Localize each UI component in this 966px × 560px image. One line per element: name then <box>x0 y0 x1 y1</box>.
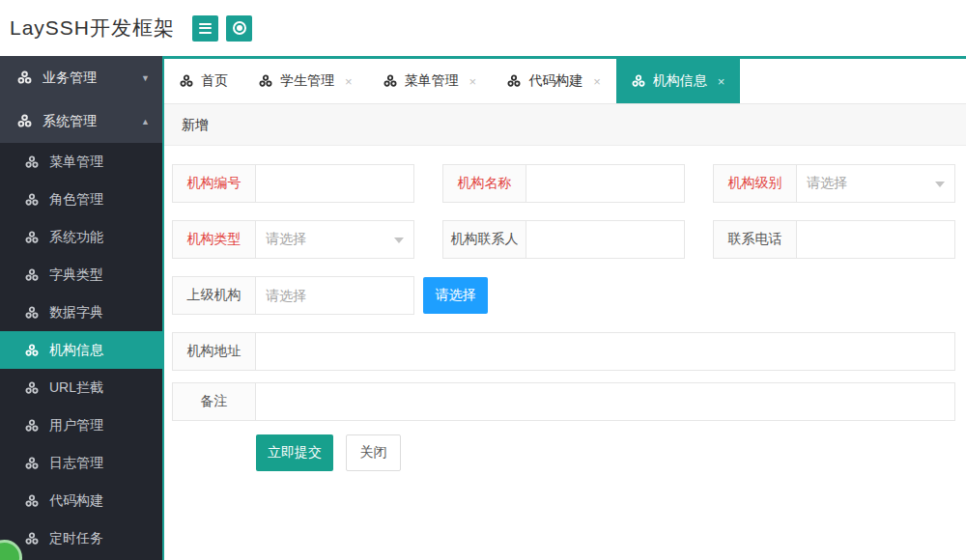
phone-label: 联系电话 <box>713 220 797 259</box>
target-ring-icon <box>233 21 246 35</box>
tab-code-build[interactable]: 代码构建 × <box>492 59 616 103</box>
field-org-code: 机构编号 <box>172 164 414 203</box>
cluster-icon <box>25 155 39 169</box>
chevron-up-icon: ▲ <box>141 117 150 126</box>
address-input[interactable] <box>255 332 955 371</box>
cluster-icon <box>632 74 645 88</box>
tab-menu-mgmt[interactable]: 菜单管理 × <box>368 59 493 103</box>
sidebar-item-code-build[interactable]: 代码构建 <box>0 482 162 519</box>
sidebar-item-user-mgmt[interactable]: 用户管理 <box>0 406 162 444</box>
cluster-icon <box>25 193 39 207</box>
tab-label: 代码构建 <box>528 72 582 90</box>
sidebar-item-org-info[interactable]: 机构信息 <box>0 331 162 369</box>
address-label: 机构地址 <box>172 332 256 371</box>
sidebar-item-log-mgmt[interactable]: 日志管理 <box>0 444 162 482</box>
cluster-icon <box>25 419 39 433</box>
hamburger-icon <box>199 23 212 34</box>
tab-label: 学生管理 <box>280 72 334 90</box>
submit-button[interactable]: 立即提交 <box>256 434 333 471</box>
tab-org-info[interactable]: 机构信息 × <box>616 59 741 103</box>
tab-student-mgmt[interactable]: 学生管理 × <box>243 59 368 103</box>
app-window: LaySSH开发框架 业务管理 ▼ 系统管理 ▲ 菜单管理 角色管理 <box>0 0 966 560</box>
sidebar-item-system-functions[interactable]: 系统功能 <box>0 218 162 256</box>
org-level-select[interactable]: 请选择 <box>796 164 955 203</box>
cluster-icon <box>25 231 39 244</box>
sidebar-item-label: 机构信息 <box>49 342 103 359</box>
close-icon[interactable]: × <box>345 74 353 89</box>
sidebar-item-menu-mgmt[interactable]: 菜单管理 <box>0 143 162 181</box>
sidebar-item-label: 用户管理 <box>49 417 103 434</box>
parent-org-select-button[interactable]: 请选择 <box>423 277 488 314</box>
remark-input[interactable] <box>255 382 955 421</box>
sidebar: 业务管理 ▼ 系统管理 ▲ 菜单管理 角色管理 系统功能 字典类型 数据字典 <box>0 56 164 560</box>
collapse-menu-button[interactable] <box>192 15 218 42</box>
field-org-type: 机构类型 请选择 <box>172 220 414 259</box>
close-icon[interactable]: × <box>718 74 725 89</box>
field-address: 机构地址 <box>172 332 955 371</box>
cluster-icon <box>180 74 193 88</box>
org-name-label: 机构名称 <box>442 164 526 203</box>
sidebar-item-label: 系统功能 <box>49 229 103 246</box>
tab-bar: 首页 学生管理 × 菜单管理 × 代码构建 × 机构信息 × <box>164 56 966 103</box>
org-type-select[interactable]: 请选择 <box>255 220 414 259</box>
org-form: 机构编号 机构名称 机构级别 请选择 机构类型 请选择 <box>164 146 966 560</box>
sidebar-parent-label: 系统管理 <box>43 113 97 130</box>
field-org-contact: 机构联系人 <box>442 220 685 259</box>
panel-title: 新增 <box>164 103 966 146</box>
remark-label: 备注 <box>172 382 256 421</box>
cluster-icon <box>25 306 39 320</box>
app-logo: LaySSH开发框架 <box>0 14 192 42</box>
cluster-icon <box>25 457 39 470</box>
app-header: LaySSH开发框架 <box>0 0 966 56</box>
org-level-label: 机构级别 <box>713 164 797 203</box>
parent-org-input[interactable] <box>255 276 414 315</box>
tab-label: 机构信息 <box>653 72 707 90</box>
sidebar-item-label: 菜单管理 <box>49 154 103 171</box>
sidebar-item-data-dict[interactable]: 数据字典 <box>0 294 162 331</box>
cluster-icon <box>25 268 39 282</box>
sidebar-item-label: URL拦截 <box>49 379 103 397</box>
close-icon[interactable]: × <box>593 74 601 89</box>
sidebar-item-label: 数据字典 <box>49 304 103 322</box>
tab-label: 首页 <box>201 72 228 90</box>
cluster-icon <box>25 532 39 546</box>
sidebar-item-label: 日志管理 <box>49 455 103 472</box>
org-name-input[interactable] <box>526 164 685 203</box>
tab-label: 菜单管理 <box>405 72 459 90</box>
sidebar-item-role-mgmt[interactable]: 角色管理 <box>0 181 162 218</box>
field-parent-org: 上级机构 <box>172 276 414 315</box>
sidebar-item-system-mgmt[interactable]: 系统管理 ▲ <box>0 99 162 143</box>
org-level-placeholder: 请选择 <box>807 175 847 192</box>
close-icon[interactable]: × <box>469 74 477 89</box>
sidebar-item-scheduled-tasks[interactable]: 定时任务 <box>0 519 162 557</box>
org-contact-input[interactable] <box>526 220 685 259</box>
field-org-name: 机构名称 <box>442 164 685 203</box>
cluster-icon <box>25 344 39 357</box>
main-content: 首页 学生管理 × 菜单管理 × 代码构建 × 机构信息 × <box>164 56 966 560</box>
field-phone: 联系电话 <box>713 220 955 259</box>
sidebar-item-label: 角色管理 <box>49 191 103 209</box>
chevron-down-icon: ▼ <box>141 73 150 83</box>
cluster-icon <box>17 70 32 85</box>
sidebar-parent-label: 业务管理 <box>43 70 97 87</box>
org-code-label: 机构编号 <box>172 164 256 203</box>
phone-input[interactable] <box>796 220 955 259</box>
org-type-placeholder: 请选择 <box>266 231 306 248</box>
cluster-icon <box>25 381 39 395</box>
sidebar-item-url-intercept[interactable]: URL拦截 <box>0 369 162 406</box>
close-form-button[interactable]: 关闭 <box>346 434 401 471</box>
sidebar-item-dict-type[interactable]: 字典类型 <box>0 256 162 294</box>
org-contact-label: 机构联系人 <box>442 220 526 259</box>
locate-button[interactable] <box>226 15 252 42</box>
cluster-icon <box>384 74 397 88</box>
sidebar-item-label: 字典类型 <box>49 266 103 284</box>
field-remark: 备注 <box>172 382 955 421</box>
parent-org-label: 上级机构 <box>172 276 256 315</box>
tab-home[interactable]: 首页 <box>164 59 243 103</box>
org-code-input[interactable] <box>255 164 414 203</box>
sidebar-item-business-mgmt[interactable]: 业务管理 ▼ <box>0 56 162 99</box>
org-type-label: 机构类型 <box>172 220 256 259</box>
sidebar-item-label: 定时任务 <box>49 530 103 547</box>
cluster-icon <box>507 74 521 88</box>
field-org-level: 机构级别 请选择 <box>713 164 955 203</box>
